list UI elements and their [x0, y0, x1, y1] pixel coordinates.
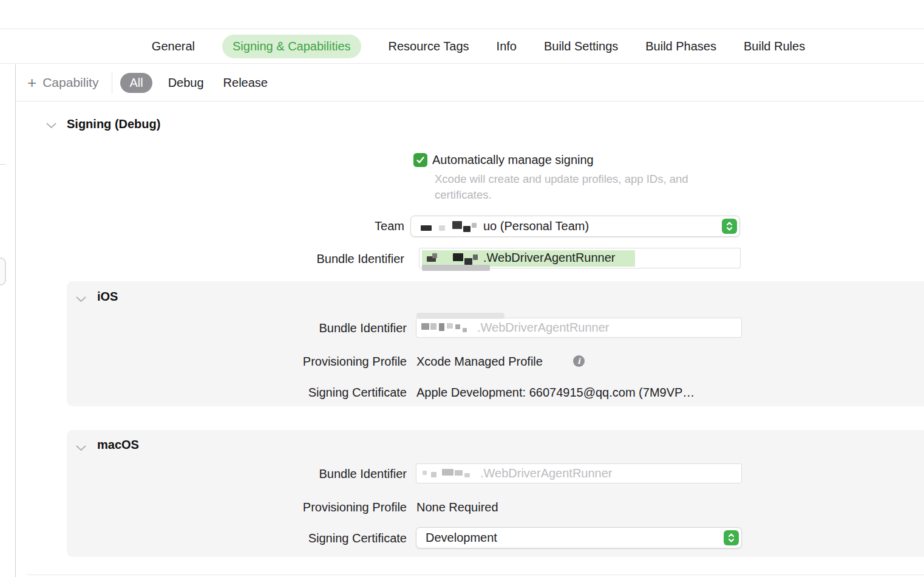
redaction-block [472, 223, 477, 228]
configuration-filters: All Debug Release [120, 73, 277, 93]
macos-section-title: macOS [97, 438, 139, 452]
bundle-identifier-field[interactable]: .WebDriverAgentRunner [419, 248, 741, 268]
macos-bundle-identifier-value: .WebDriverAgentRunner [480, 466, 613, 480]
macos-section-card: macOS Bundle Identifier .WebDriverAgentR… [67, 430, 924, 557]
redaction-block [455, 324, 460, 329]
redaction-block [442, 469, 454, 476]
tab-info[interactable]: Info [497, 39, 517, 53]
plus-icon: + [27, 77, 36, 89]
redaction-block [439, 225, 445, 231]
macos-bundle-identifier-field[interactable]: .WebDriverAgentRunner [416, 463, 742, 483]
xcode-target-editor: General Signing & Capabilities Resource … [0, 0, 924, 577]
auto-manage-signing-label[interactable]: Automatically manage signing [432, 153, 594, 167]
left-panel-artifact [0, 164, 5, 165]
auto-manage-signing-checkbox[interactable] [413, 153, 427, 167]
signing-debug-title: Signing (Debug) [67, 117, 160, 131]
bundle-identifier-label: Bundle Identifier [255, 252, 404, 266]
ios-signing-certificate-value: Apple Development: 66074915@qq.com (7M9V… [416, 386, 695, 400]
chevron-down-icon [76, 296, 86, 302]
ios-provisioning-profile-value: Xcode Managed Profile [416, 355, 543, 369]
editor-left-divider [15, 64, 16, 577]
team-label: Team [304, 219, 404, 233]
redaction-strip [422, 265, 490, 271]
filter-release[interactable]: Release [214, 73, 277, 93]
add-capability-label: Capability [42, 75, 98, 90]
redaction-block [463, 226, 470, 232]
team-popup-button[interactable]: uo (Personal Team) [410, 216, 740, 237]
chevron-down-icon [76, 445, 86, 451]
ios-provisioning-profile-label: Provisioning Profile [225, 355, 407, 369]
tab-resource-tags[interactable]: Resource Tags [389, 39, 469, 53]
redaction-block [421, 323, 429, 330]
ios-bundle-identifier-field[interactable]: .WebDriverAgentRunner [416, 318, 742, 338]
capability-filter-row: + Capability All Debug Release [16, 64, 924, 101]
macos-provisioning-profile-value: None Required [416, 500, 498, 514]
macos-bundle-identifier-label: Bundle Identifier [249, 467, 407, 481]
ios-disclosure[interactable] [76, 294, 86, 305]
toolbar-divider [112, 71, 112, 94]
ios-bundle-identifier-value: .WebDriverAgentRunner [477, 321, 610, 335]
redaction-block [421, 225, 432, 231]
redaction-block [473, 254, 478, 260]
filter-debug[interactable]: Debug [158, 73, 214, 93]
tab-build-phases[interactable]: Build Phases [645, 39, 716, 53]
redaction-block [464, 473, 470, 477]
up-down-chevrons-icon [722, 219, 737, 234]
redaction-block [431, 472, 437, 477]
ios-bundle-identifier-label: Bundle Identifier [249, 321, 407, 335]
left-panel-partial-element [0, 258, 6, 285]
ios-signing-certificate-label: Signing Certificate [225, 386, 407, 400]
redaction-block [432, 253, 437, 258]
ios-section-title: iOS [97, 290, 118, 304]
tab-build-settings[interactable]: Build Settings [544, 39, 618, 53]
tab-build-rules[interactable]: Build Rules [744, 39, 805, 53]
redaction-block [439, 323, 444, 331]
toolbar-spacer [0, 0, 924, 29]
redaction-block [423, 471, 427, 475]
tab-general[interactable]: General [152, 39, 195, 53]
macos-signing-certificate-value: Development [426, 531, 497, 545]
filter-all[interactable]: All [120, 73, 152, 93]
redaction-strip [416, 313, 504, 319]
macos-signing-certificate-label: Signing Certificate [225, 531, 407, 545]
redaction-block [464, 258, 472, 265]
macos-provisioning-profile-label: Provisioning Profile [225, 500, 407, 514]
up-down-chevrons-icon [724, 530, 739, 545]
team-value: uo (Personal Team) [483, 219, 589, 233]
chevron-down-icon [46, 123, 56, 129]
checkmark-icon [416, 156, 425, 164]
redaction-block [447, 323, 453, 329]
auto-manage-signing-description: Xcode will create and update profiles, a… [435, 171, 741, 203]
bundle-identifier-value: .WebDriverAgentRunner [483, 251, 616, 265]
macos-disclosure[interactable] [76, 443, 86, 454]
redaction-block [463, 328, 467, 332]
redaction-block [455, 470, 463, 476]
redaction-block [453, 253, 463, 261]
tab-signing-capabilities[interactable]: Signing & Capabilities [222, 35, 361, 58]
target-tab-bar: General Signing & Capabilities Resource … [0, 30, 924, 64]
next-section-divider [27, 575, 924, 575]
macos-signing-certificate-popup[interactable]: Development [416, 527, 742, 548]
redaction-block [430, 323, 437, 330]
info-icon[interactable]: i [573, 355, 585, 367]
signing-debug-disclosure[interactable] [46, 120, 56, 131]
add-capability-button[interactable]: + Capability [27, 75, 98, 90]
ios-section-card: iOS Bundle Identifier .WebDriverAgentRun… [67, 281, 924, 406]
redaction-block [452, 221, 462, 229]
